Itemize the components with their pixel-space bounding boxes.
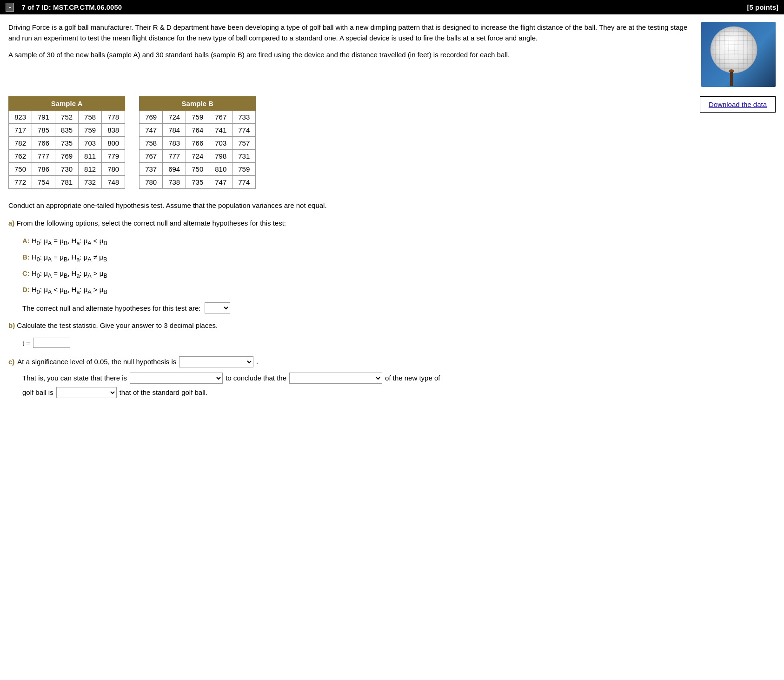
conduct-text: Conduct an appropriate one-tailed hypoth… bbox=[8, 200, 776, 211]
table-row: 737694750810759 bbox=[140, 163, 256, 176]
part-b-question: b) Calculate the test statistic. Give yo… bbox=[8, 320, 776, 331]
part-c-question-prefix: At a significance level of 0.05, the nul… bbox=[17, 355, 176, 368]
table-cell: 779 bbox=[102, 150, 125, 163]
evidence-select[interactable]: sufficient evidence insufficient evidenc… bbox=[130, 373, 223, 384]
golf-comparison-select[interactable]: greater than less than equal to bbox=[56, 387, 117, 398]
sample-a-header: Sample A bbox=[9, 97, 125, 111]
option-a-text: H0: μA = μB, Ha: μA < μB bbox=[32, 237, 107, 245]
table-cell: 757 bbox=[233, 137, 256, 150]
main-content: Driving Force is a golf ball manufacture… bbox=[0, 22, 784, 414]
table-row: 750786730812780 bbox=[9, 163, 125, 176]
table-row: 823791752758778 bbox=[9, 111, 125, 124]
table-cell: 774 bbox=[233, 176, 256, 189]
minus-button[interactable]: - bbox=[6, 3, 14, 12]
option-b-label: B: bbox=[22, 253, 32, 261]
option-c: C: H0: μA = μB, Ha: μA > μB bbox=[22, 268, 776, 280]
part-a-answer-prefix: The correct null and alternate hypothese… bbox=[22, 304, 201, 312]
table-cell: 735 bbox=[186, 176, 209, 189]
t-prefix: t = bbox=[22, 339, 30, 347]
part-c-suffix: . bbox=[256, 355, 258, 368]
conclude-suffix: of the new type of bbox=[385, 372, 440, 384]
table-cell: 766 bbox=[186, 137, 209, 150]
download-data-button[interactable]: Download the data bbox=[700, 96, 776, 113]
table-cell: 781 bbox=[55, 176, 79, 189]
table-cell: 782 bbox=[9, 137, 32, 150]
option-c-text: H0: μA = μB, Ha: μA > μB bbox=[32, 269, 107, 277]
download-section: Download the data bbox=[270, 96, 776, 113]
question-info: 7 of 7 ID: MST.CP.CTM.06.0050 bbox=[21, 3, 122, 11]
table-row: 780738735747774 bbox=[140, 176, 256, 189]
part-a-question: a) From the following options, select th… bbox=[8, 218, 776, 229]
golf-suffix: that of the standard golf ball. bbox=[120, 386, 207, 399]
option-b: B: H0: μA = μB, Ha: μA ≠ μB bbox=[22, 252, 776, 264]
table-cell: 762 bbox=[9, 150, 32, 163]
table-cell: 772 bbox=[9, 176, 32, 189]
sample-a-section: Sample A 8237917527587787177858357598387… bbox=[8, 96, 125, 189]
part-a: a) From the following options, select th… bbox=[8, 218, 776, 313]
table-row: 717785835759838 bbox=[9, 124, 125, 137]
table-cell: 780 bbox=[102, 163, 125, 176]
table-cell: 747 bbox=[140, 124, 163, 137]
part-c-label: c) bbox=[8, 355, 14, 368]
part-b: b) Calculate the test statistic. Give yo… bbox=[8, 320, 776, 348]
table-cell: 738 bbox=[163, 176, 186, 189]
table-cell: 717 bbox=[9, 124, 32, 137]
table-cell: 733 bbox=[233, 111, 256, 124]
table-cell: 703 bbox=[79, 137, 102, 150]
table-cell: 730 bbox=[55, 163, 79, 176]
table-cell: 791 bbox=[32, 111, 55, 124]
table-cell: 783 bbox=[163, 137, 186, 150]
option-a: A: H0: μA = μB, Ha: μA < μB bbox=[22, 235, 776, 248]
part-a-question-text: From the following options, select the c… bbox=[17, 219, 286, 227]
golf-prefix: golf ball is bbox=[22, 386, 53, 399]
table-cell: 732 bbox=[79, 176, 102, 189]
table-cell: 703 bbox=[209, 137, 233, 150]
points-label: [5 points] bbox=[747, 3, 779, 11]
table-cell: 800 bbox=[102, 137, 125, 150]
table-cell: 769 bbox=[140, 111, 163, 124]
part-a-answer-row: The correct null and alternate hypothese… bbox=[22, 302, 776, 313]
table-cell: 769 bbox=[55, 150, 79, 163]
t-value-input[interactable] bbox=[33, 338, 70, 348]
table-cell: 764 bbox=[186, 124, 209, 137]
table-cell: 838 bbox=[102, 124, 125, 137]
table-row: 782766735703800 bbox=[9, 137, 125, 150]
table-cell: 758 bbox=[79, 111, 102, 124]
option-d: D: H0: μA < μB, Ha: μA > μB bbox=[22, 284, 776, 297]
option-b-text: H0: μA = μB, Ha: μA ≠ μB bbox=[32, 253, 107, 261]
table-cell: 767 bbox=[140, 150, 163, 163]
table-cell: 786 bbox=[32, 163, 55, 176]
table-cell: 752 bbox=[55, 111, 79, 124]
table-cell: 778 bbox=[102, 111, 125, 124]
tables-download-section: Sample A 8237917527587787177858357598387… bbox=[8, 96, 776, 189]
golf-ball-image bbox=[701, 22, 776, 87]
header-bar: - 7 of 7 ID: MST.CP.CTM.06.0050 [5 point… bbox=[0, 0, 784, 14]
table-cell: 798 bbox=[209, 150, 233, 163]
option-c-label: C: bbox=[22, 269, 32, 277]
option-a-label: A: bbox=[22, 237, 32, 245]
sample-a-table: Sample A 8237917527587787177858357598387… bbox=[8, 96, 125, 189]
table-cell: 741 bbox=[209, 124, 233, 137]
table-cell: 785 bbox=[32, 124, 55, 137]
table-row: 758783766703757 bbox=[140, 137, 256, 150]
intro-paragraph2: A sample of 30 of the new balls (sample … bbox=[8, 49, 692, 60]
conclude-prefix: That is, you can state that there is bbox=[22, 372, 127, 384]
part-a-select[interactable]: A B C D bbox=[205, 302, 230, 313]
intro-section: Driving Force is a golf ball manufacture… bbox=[8, 22, 776, 87]
table-cell: 774 bbox=[233, 124, 256, 137]
table-cell: 759 bbox=[233, 163, 256, 176]
sample-b-header: Sample B bbox=[140, 97, 256, 111]
table-cell: 811 bbox=[79, 150, 102, 163]
table-cell: 737 bbox=[140, 163, 163, 176]
sample-b-section: Sample B 7697247597677337477847647417747… bbox=[139, 96, 256, 189]
conclude-select[interactable]: mean flight distance flight distance bbox=[289, 373, 382, 384]
part-c: c) At a significance level of 0.05, the … bbox=[8, 355, 776, 399]
table-cell: 754 bbox=[32, 176, 55, 189]
null-hypothesis-select[interactable]: rejected not rejected bbox=[179, 356, 253, 367]
table-row: 767777724798731 bbox=[140, 150, 256, 163]
table-cell: 810 bbox=[209, 163, 233, 176]
option-d-label: D: bbox=[22, 286, 32, 293]
table-row: 769724759767733 bbox=[140, 111, 256, 124]
table-cell: 750 bbox=[9, 163, 32, 176]
table-cell: 766 bbox=[32, 137, 55, 150]
